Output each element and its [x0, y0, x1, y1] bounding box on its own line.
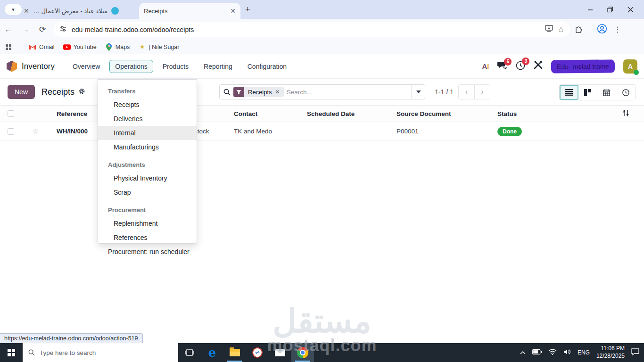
column-options-icon[interactable]	[622, 110, 644, 118]
extensions-icon[interactable]	[575, 25, 583, 35]
task-view-button[interactable]	[178, 343, 201, 362]
table-row[interactable]: ☆ WH/IN/000 /Stock TK and Medo P00001 Do…	[0, 122, 644, 141]
menu-operations[interactable]: Operations	[109, 60, 153, 73]
activities-badge: 3	[522, 58, 529, 65]
battery-icon[interactable]	[532, 349, 542, 356]
menu-item-manufacturings[interactable]: Manufacturings	[98, 140, 197, 154]
menu-item-replenishment[interactable]: Replenishment	[98, 216, 197, 230]
tab-close-icon[interactable]: ✕	[230, 8, 236, 14]
url-text[interactable]: edu-melad-traine.odoo.com/odoo/receipts	[72, 26, 540, 33]
cell-source-document: P00001	[396, 128, 497, 135]
snipping-tool-icon[interactable]: ✂	[246, 343, 269, 362]
restore-icon[interactable]	[607, 7, 613, 13]
tray-chevron-icon[interactable]	[520, 350, 526, 355]
col-scheduled-date[interactable]: Scheduled Date	[307, 110, 396, 117]
address-bar[interactable]: edu-melad-traine.odoo.com/odoo/receipts …	[54, 22, 570, 37]
chrome-icon[interactable]	[291, 343, 314, 362]
activity-view-button[interactable]	[616, 85, 635, 100]
bookmark-gmail[interactable]: Gmail	[29, 43, 55, 51]
section-adjustments: Adjustments	[98, 158, 197, 171]
filter-facet[interactable]: Receipts✕	[233, 87, 284, 97]
mail-icon[interactable]	[269, 343, 291, 362]
col-contact[interactable]: Contact	[234, 110, 307, 117]
time: 11:06 PM	[596, 345, 625, 353]
browser-tab-mostaql[interactable]: ✕ ميلاد عياد - معرض الأعمال | مستة	[19, 3, 124, 19]
site-settings-icon[interactable]	[59, 25, 67, 34]
menu-item-deliveries[interactable]: Deliveries	[98, 112, 197, 126]
menu-reporting[interactable]: Reporting	[198, 60, 238, 73]
action-center-icon[interactable]	[631, 348, 639, 357]
tab-close-icon[interactable]: ✕	[24, 8, 29, 14]
new-button[interactable]: New	[8, 85, 35, 99]
browser-tab-receipts[interactable]: Receipts ✕	[139, 3, 240, 19]
start-button[interactable]	[0, 343, 23, 362]
language-indicator[interactable]: ENG	[578, 349, 590, 356]
bookmark-nile-sugar[interactable]: | Nile Sugar	[138, 43, 179, 51]
calendar-view-button[interactable]	[597, 85, 616, 100]
pager-prev-button[interactable]: ‹	[459, 85, 474, 99]
menu-configuration[interactable]: Configuration	[242, 60, 292, 73]
favorite-star-icon[interactable]: ☆	[32, 127, 57, 136]
youtube-icon	[63, 43, 71, 51]
facet-remove-icon[interactable]: ✕	[275, 89, 280, 95]
ai-icon[interactable]: AI	[482, 62, 489, 70]
new-tab-button[interactable]: +	[245, 5, 250, 15]
browser-menu-icon[interactable]: ⋮	[614, 25, 621, 34]
section-transfers: Transfers	[98, 84, 197, 98]
kanban-view-button[interactable]	[578, 85, 597, 100]
col-source-document[interactable]: Source Document	[396, 110, 497, 117]
menu-item-physical-inventory[interactable]: Physical Inventory	[98, 171, 197, 185]
search-dropdown-toggle[interactable]	[411, 85, 421, 99]
menu-overview[interactable]: Overview	[67, 60, 106, 73]
menu-item-internal[interactable]: Internal	[98, 126, 197, 140]
close-icon[interactable]	[627, 7, 634, 13]
list-view-button[interactable]	[560, 85, 578, 100]
bookmark-star-icon[interactable]: ☆	[558, 25, 564, 34]
clock[interactable]: 11:06 PM 12/28/2025	[596, 345, 625, 360]
maps-icon	[105, 43, 113, 51]
gear-icon[interactable]	[78, 88, 85, 97]
search-input[interactable]	[287, 89, 408, 96]
windows-logo-icon	[8, 349, 15, 356]
menu-products[interactable]: Products	[157, 60, 194, 73]
file-explorer-icon[interactable]	[223, 343, 246, 362]
facet-label: Receipts	[248, 89, 272, 96]
search-bar[interactable]: Receipts✕	[219, 84, 425, 99]
apps-grid-icon[interactable]	[6, 44, 11, 50]
app-name[interactable]: Inventory	[22, 62, 55, 71]
records-table: Reference Contact Scheduled Date Source …	[0, 105, 644, 141]
bookmark-youtube[interactable]: YouTube	[63, 43, 97, 51]
inventory-app-icon[interactable]	[7, 61, 17, 72]
date: 12/28/2025	[596, 353, 625, 360]
bookmark-maps[interactable]: Maps	[105, 43, 130, 51]
gmail-icon	[29, 43, 36, 51]
taskbar-search[interactable]: Type here to search	[23, 343, 178, 362]
back-icon[interactable]: ←	[0, 25, 17, 34]
messages-button[interactable]: 5	[497, 61, 507, 72]
avatar[interactable]: A	[623, 59, 637, 74]
activities-button[interactable]: 3	[516, 61, 525, 72]
messages-badge: 5	[504, 58, 512, 66]
user-name-highlighted[interactable]: Edu- melad traine	[551, 59, 615, 73]
select-all-checkbox[interactable]	[8, 110, 14, 117]
profile-icon[interactable]	[597, 24, 607, 36]
col-status[interactable]: Status	[497, 110, 622, 117]
operations-dropdown: Transfers Receipts Deliveries Internal M…	[98, 79, 197, 244]
menu-item-run-scheduler[interactable]: Procurement: run scheduler	[98, 245, 197, 259]
row-checkbox[interactable]	[8, 128, 14, 135]
search-icon	[28, 349, 35, 356]
forward-icon[interactable]: →	[17, 25, 34, 34]
bookmark-label: YouTube	[74, 44, 97, 50]
wifi-icon[interactable]	[548, 349, 557, 356]
install-app-icon[interactable]	[545, 25, 553, 34]
pager-next-button[interactable]: ›	[474, 85, 490, 99]
menu-item-receipts[interactable]: Receipts	[98, 98, 197, 112]
tab-title: Receipts	[144, 8, 226, 15]
menu-item-references[interactable]: References	[98, 230, 197, 245]
edge-icon[interactable]: e	[201, 343, 223, 362]
minimize-icon[interactable]	[587, 7, 593, 12]
tools-icon[interactable]	[534, 61, 543, 72]
reload-icon[interactable]: ⟳	[34, 25, 51, 34]
volume-icon[interactable]	[563, 349, 571, 356]
menu-item-scrap[interactable]: Scrap	[98, 185, 197, 199]
